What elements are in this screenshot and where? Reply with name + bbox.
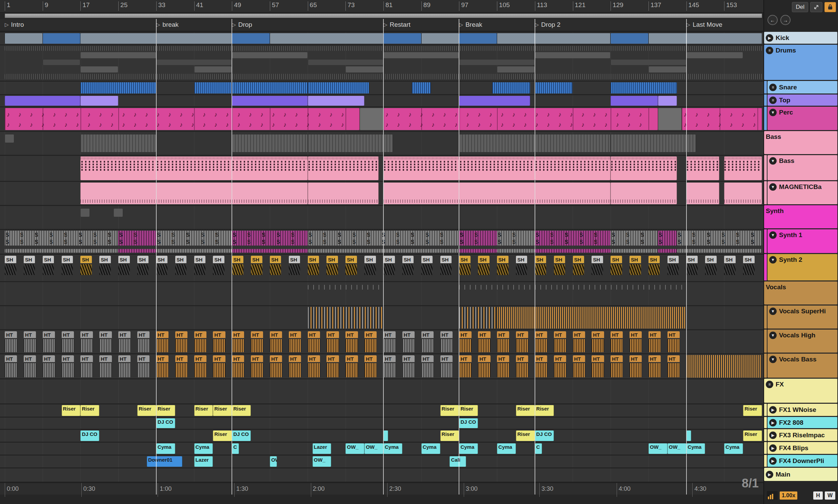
play-icon[interactable]: ▶	[769, 419, 776, 427]
track-lane-perc-4[interactable]: ♪ ♪ ♪ ♪ ♪ ♪ ♪ ♪ ♪ ♪ ♪ ♪ ♪ ♪ ♪ ♪ ♪ ♪ ♪ ♪ …	[0, 107, 764, 131]
delete-button[interactable]: Del	[792, 2, 808, 12]
track-header-synth-8[interactable]: Synth	[764, 205, 838, 228]
clip[interactable]	[80, 33, 232, 44]
clip[interactable]: Riser	[535, 405, 554, 416]
locator-restart[interactable]: ▷Restart	[383, 21, 411, 29]
pattern-cell[interactable]: HT	[667, 355, 680, 377]
clip[interactable]	[492, 82, 530, 93]
clip[interactable]	[724, 183, 762, 204]
pattern-cell[interactable]: HT	[516, 331, 528, 352]
clip[interactable]	[156, 60, 232, 65]
clip[interactable]	[497, 307, 686, 328]
track-lane-main-21[interactable]	[0, 468, 764, 482]
track-header-vocals-superhi-12[interactable]: ▼Vocals SuperHi	[764, 306, 838, 328]
clip[interactable]: ♪ ♪ ♪ ♪ ♪ ♪ ♪ ♪ ♪ ♪ ♪ ♪ ♪ ♪ ♪ ♪ ♪ ♪ ♪ ♪ …	[682, 108, 762, 130]
clip[interactable]	[497, 249, 535, 253]
clip[interactable]	[232, 134, 308, 152]
clip[interactable]: S S S S S S S S	[497, 231, 535, 246]
clip[interactable]: Riser	[516, 431, 535, 441]
clip[interactable]	[658, 108, 682, 130]
pattern-cell[interactable]: SH	[667, 256, 679, 280]
locator-row[interactable]: ▷Intro▷break▷Drop▷Restart▷Break▷Drop 2▷L…	[0, 19, 764, 31]
clip[interactable]: C	[232, 443, 239, 454]
clip[interactable]: S S S S S S S S S S S S S S S S	[535, 231, 611, 246]
lock-button[interactable]	[824, 2, 836, 12]
track-header-fx4-downerpli-20[interactable]: ▶FX4 DownerPli	[764, 455, 838, 467]
clip[interactable]	[308, 157, 379, 180]
zoom-level[interactable]: 1.00x	[780, 491, 797, 500]
track-lane-top-3[interactable]	[0, 95, 764, 106]
scrub-area[interactable]	[0, 13, 764, 19]
clip[interactable]: Riser	[213, 431, 232, 441]
clip[interactable]	[232, 52, 308, 58]
pattern-cell[interactable]: HT	[648, 355, 661, 377]
pattern-cell[interactable]: HT	[629, 331, 642, 352]
locator-drop-2[interactable]: ▷Drop 2	[535, 21, 561, 29]
clip[interactable]	[459, 285, 686, 290]
track-header-fx-15[interactable]: ≡FX	[764, 379, 838, 403]
track-lane-fx4-blips-19[interactable]: CymaCymaCLazerOW_OW_CymaCymaCymaCymaCOW_…	[0, 443, 764, 454]
pattern-cell[interactable]: HT	[99, 331, 111, 352]
pattern-cell[interactable]: HT	[289, 355, 301, 377]
pattern-cell[interactable]: HT	[364, 331, 377, 352]
clip[interactable]	[611, 183, 677, 204]
pattern-cell[interactable]: HT	[289, 331, 301, 352]
pattern-cell[interactable]: SH	[80, 256, 92, 280]
track-lane-vocals-high-13[interactable]: HTHTHTHTHTHTHTHTHTHTHTHTHTHTHTHTHTHTHTHT…	[0, 330, 764, 353]
pattern-cell[interactable]: HT	[43, 355, 55, 377]
clip[interactable]	[360, 108, 383, 130]
clip[interactable]	[156, 183, 232, 204]
track-header-fx4-blips-19[interactable]: ▶FX4 Blips	[764, 442, 838, 454]
pattern-cell[interactable]: SH	[24, 256, 35, 280]
clip[interactable]: S S S S S S S S S S	[611, 231, 658, 246]
clip[interactable]	[686, 134, 696, 152]
pattern-cell[interactable]: HT	[43, 331, 55, 352]
locator-intro[interactable]: ▷Intro	[5, 21, 24, 29]
locator-break[interactable]: ▷Break	[459, 21, 482, 29]
clip[interactable]	[459, 96, 530, 106]
pattern-cell[interactable]: HT	[346, 331, 357, 352]
pattern-cell[interactable]: HT	[402, 331, 415, 352]
clip[interactable]: Cyma	[459, 443, 478, 454]
track-lane-fx4-downerpli-20[interactable]: Downer01LazerOWOW_Cali	[0, 455, 764, 467]
track-lane-kick-0[interactable]	[0, 33, 764, 44]
pattern-cell[interactable]: HT	[535, 355, 547, 377]
clip[interactable]: Cyma	[497, 443, 516, 454]
pattern-cell[interactable]: HT	[497, 355, 509, 377]
clip[interactable]	[648, 66, 686, 72]
pattern-cell[interactable]: HT	[194, 331, 207, 352]
pattern-cell[interactable]: SH	[327, 256, 338, 280]
clip[interactable]: DJ CO	[232, 431, 251, 441]
clip[interactable]	[686, 431, 691, 441]
pattern-cell[interactable]: SH	[743, 256, 755, 280]
width-button[interactable]: W	[825, 491, 835, 500]
clip[interactable]	[308, 285, 383, 290]
clip[interactable]	[686, 157, 720, 180]
track-lane-vocals-11[interactable]	[0, 282, 764, 305]
pattern-cell[interactable]: HT	[440, 355, 453, 377]
pattern-cell[interactable]: SH	[440, 256, 452, 280]
clip[interactable]: Cyma	[686, 443, 705, 454]
pattern-cell[interactable]: SH	[592, 256, 603, 280]
pattern-cell[interactable]: HT	[402, 355, 415, 377]
clip[interactable]	[232, 183, 308, 204]
track-lane-vocals-superhi-12[interactable]	[0, 306, 764, 329]
clip[interactable]	[80, 66, 118, 72]
clip[interactable]	[80, 183, 156, 204]
pattern-cell[interactable]: HT	[251, 331, 263, 352]
clip[interactable]	[308, 82, 369, 93]
pattern-cell[interactable]: SH	[611, 256, 622, 280]
pattern-cell[interactable]: SH	[383, 256, 395, 280]
track-header-fx3-riseimpac-18[interactable]: ▶FX3 RiseImpac	[764, 429, 838, 441]
clip[interactable]	[5, 134, 14, 143]
clip[interactable]	[43, 60, 81, 65]
track-header-main-21[interactable]: ▶Main	[764, 468, 838, 481]
clip[interactable]	[677, 249, 762, 253]
pattern-cell[interactable]: SH	[402, 256, 414, 280]
clip[interactable]	[194, 82, 232, 93]
pattern-cell[interactable]: SH	[118, 256, 130, 280]
clip[interactable]	[686, 183, 720, 204]
clip[interactable]	[611, 82, 677, 93]
pattern-cell[interactable]: HT	[5, 331, 17, 352]
track-lane-magneticba-7[interactable]	[0, 182, 764, 205]
